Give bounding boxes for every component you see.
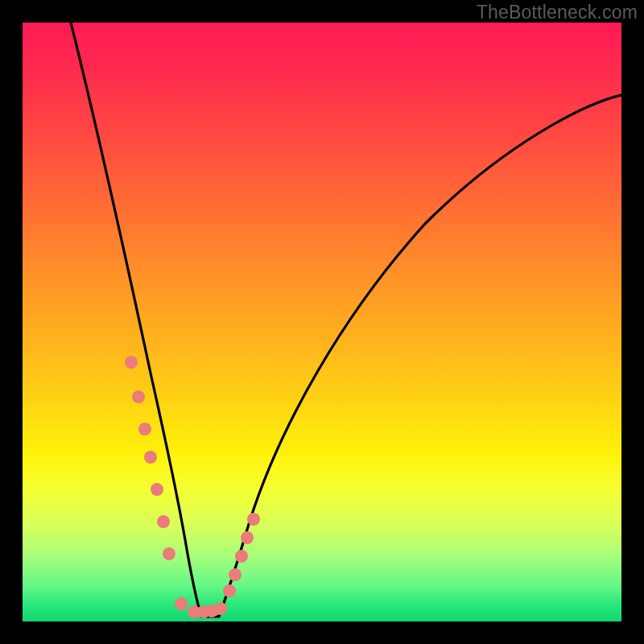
svg-point-16 <box>247 513 260 526</box>
svg-point-14 <box>235 550 248 563</box>
svg-point-11 <box>214 602 227 615</box>
svg-point-4 <box>151 483 163 496</box>
plot-area <box>23 23 621 621</box>
bottleneck-curve <box>23 23 621 621</box>
svg-point-2 <box>138 423 151 436</box>
svg-point-5 <box>157 515 170 528</box>
chart-frame: TheBottleneck.com <box>0 0 644 644</box>
svg-point-15 <box>241 531 254 544</box>
watermark-text: TheBottleneck.com <box>477 2 638 23</box>
svg-point-13 <box>229 568 242 581</box>
svg-point-7 <box>175 597 188 610</box>
svg-point-0 <box>125 356 138 369</box>
svg-point-6 <box>163 547 175 560</box>
svg-point-1 <box>132 390 145 403</box>
curve-path <box>71 23 621 617</box>
svg-point-3 <box>144 451 157 464</box>
svg-point-12 <box>223 584 236 597</box>
